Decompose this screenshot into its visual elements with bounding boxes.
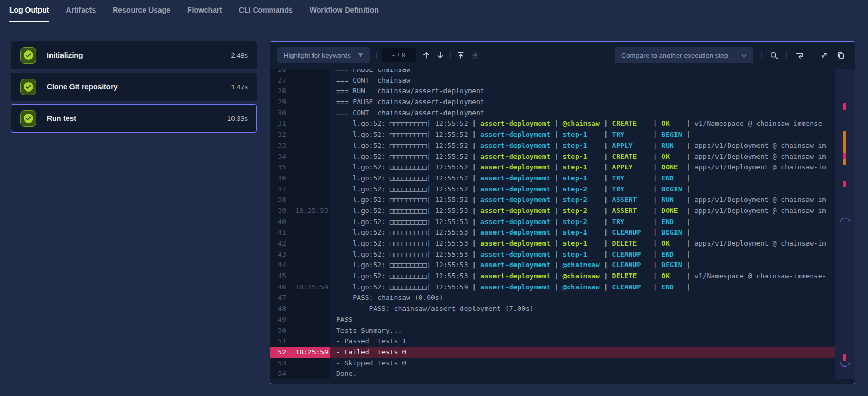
- gutter-timestamp: [286, 369, 330, 379]
- line-number: 44: [270, 260, 286, 271]
- line-number: 28: [270, 86, 286, 97]
- highlight-keywords-input[interactable]: Highlight for keywords: [277, 47, 370, 63]
- highlight-keywords-label: Highlight for keywords: [284, 52, 351, 59]
- expand-icon[interactable]: [820, 51, 829, 59]
- log-line: 34 l.go:52: □□□□□□□□□| 12:55:52 | assert…: [270, 151, 835, 163]
- log-line: 40 l.go:52: □□□□□□□□□| 12:55:53 | assert…: [270, 217, 835, 228]
- log-line-gutter: 32: [270, 129, 330, 140]
- step-duration: 10.33s: [227, 115, 248, 123]
- scroll-to-bottom-button[interactable]: [471, 51, 479, 59]
- line-number: 42: [270, 238, 286, 249]
- log-line-gutter: 29: [270, 97, 330, 108]
- log-line: 30=== CONT chainsaw/assert-deployment: [270, 108, 835, 119]
- tab-workflow-definition[interactable]: Workflow Definition: [310, 6, 379, 22]
- log-line: 41 l.go:52: □□□□□□□□□| 12:55:53 | assert…: [270, 227, 835, 238]
- log-line-content: l.go:52: □□□□□□□□□| 12:55:52 | assert-de…: [330, 173, 835, 184]
- log-line: 51- Passed tests 1: [270, 336, 835, 347]
- log-line-gutter: 30: [270, 108, 330, 119]
- filter-icon: [357, 52, 364, 59]
- scrollbar-thumb[interactable]: [840, 218, 850, 367]
- line-number: 52: [270, 347, 286, 358]
- log-line: 47--- PASS: chainsaw (0.00s): [270, 292, 835, 303]
- line-number: 50: [270, 326, 286, 337]
- log-line: 26=== PAUSE chainsaw: [270, 69, 835, 75]
- log-line-gutter: 37: [270, 184, 330, 195]
- tab-cli-commands[interactable]: CLI Commands: [239, 6, 293, 22]
- log-line-gutter: 38: [270, 195, 330, 206]
- log-line-gutter: 33: [270, 140, 330, 151]
- log-line: 45 l.go:52: □□□□□□□□□| 12:55:53 | assert…: [270, 271, 835, 282]
- overview-ruler: [835, 69, 855, 379]
- next-match-button[interactable]: [436, 51, 445, 59]
- line-number: 40: [270, 217, 286, 228]
- log-line: 42 l.go:52: □□□□□□□□□| 12:55:53 | assert…: [270, 238, 835, 249]
- log-line-content: l.go:52: □□□□□□□□□| 12:55:53 | assert-de…: [330, 217, 835, 228]
- search-icon[interactable]: [770, 51, 779, 60]
- log-line: 49PASS: [270, 314, 835, 326]
- step-card-initializing[interactable]: Initializing 2.48s: [11, 41, 257, 69]
- tab-resource-usage[interactable]: Resource Usage: [113, 6, 170, 22]
- gutter-timestamp: 18:25:59: [286, 347, 330, 358]
- log-line: 50Tests Summary...: [270, 326, 835, 337]
- log-line-content: --- PASS: chainsaw (0.00s): [330, 292, 835, 303]
- log-line-gutter: 41: [270, 227, 330, 238]
- log-line: 44 l.go:52: □□□□□□□□□| 12:55:53 | assert…: [270, 260, 835, 271]
- step-label: Run test: [47, 114, 227, 123]
- line-number: 45: [270, 271, 286, 282]
- match-counter: - / 9: [382, 48, 416, 62]
- gutter-timestamp: [286, 108, 330, 119]
- log-line-gutter: 49: [270, 314, 330, 326]
- step-card-clone-git-repository[interactable]: Clone Git repository 1.47s: [11, 73, 257, 101]
- log-line-content: l.go:52: □□□□□□□□□| 12:55:53 | assert-de…: [330, 249, 835, 260]
- log-line-gutter: 42: [270, 238, 330, 249]
- line-number: 46: [270, 282, 286, 293]
- log-line-gutter: 53: [270, 358, 330, 369]
- gutter-timestamp: [286, 358, 330, 369]
- log-line-gutter: 3918:25:53: [270, 206, 330, 217]
- gutter-timestamp: [286, 151, 330, 163]
- log-toolbar: Highlight for keywords - / 9: [270, 42, 855, 69]
- toolbar-divider: [786, 52, 787, 59]
- tab-artifacts[interactable]: Artifacts: [66, 6, 96, 22]
- log-line-content: l.go:52: □□□□□□□□□| 12:55:53 | assert-de…: [330, 260, 835, 271]
- gutter-timestamp: [286, 86, 330, 97]
- step-label: Clone Git repository: [47, 83, 231, 91]
- compare-step-select[interactable]: Compare to another execution step: [615, 47, 753, 63]
- step-list: Initializing 2.48s Clone Git repository …: [11, 41, 257, 136]
- gutter-timestamp: [286, 140, 330, 151]
- log-line-gutter: 4618:25:59: [270, 282, 330, 293]
- gutter-timestamp: [286, 314, 330, 326]
- previous-match-button[interactable]: [422, 51, 430, 59]
- log-line: 31 l.go:52: □□□□□□□□□| 12:55:52 | assert…: [270, 118, 835, 129]
- success-check-icon: [20, 79, 36, 95]
- log-line-gutter: 40: [270, 217, 330, 228]
- line-number: 26: [270, 69, 286, 75]
- line-number: 41: [270, 227, 286, 238]
- log-line: 36 l.go:52: □□□□□□□□□| 12:55:52 | assert…: [270, 173, 835, 184]
- word-wrap-icon[interactable]: [795, 51, 804, 60]
- line-number: 33: [270, 140, 286, 151]
- line-number: 39: [270, 206, 286, 217]
- tab-flowchart[interactable]: Flowchart: [187, 6, 222, 22]
- log-line: 53- Skipped tests 0: [270, 358, 835, 369]
- log-line: 29=== PAUSE chainsaw/assert-deployment: [270, 97, 835, 108]
- log-line-content: l.go:52: □□□□□□□□□| 12:55:52 | assert-de…: [330, 184, 835, 195]
- copy-icon[interactable]: [836, 51, 845, 60]
- gutter-timestamp: [286, 292, 330, 303]
- log-line: 32 l.go:52: □□□□□□□□□| 12:55:52 | assert…: [270, 129, 835, 140]
- log-line: 37 l.go:52: □□□□□□□□□| 12:55:52 | assert…: [270, 184, 835, 195]
- step-label: Initializing: [47, 51, 231, 59]
- tab-log-output[interactable]: Log Output: [9, 6, 49, 22]
- log-line-content: - Passed tests 1: [330, 336, 835, 347]
- log-line-gutter: 36: [270, 173, 330, 184]
- log-line-content: Done.: [330, 369, 835, 379]
- log-line-content: === RUN chainsaw/assert-deployment: [330, 86, 835, 97]
- log-lines: 26=== PAUSE chainsaw27=== CONT chainsaw2…: [270, 69, 835, 379]
- step-card-run-test[interactable]: Run test 10.33s: [11, 104, 257, 133]
- log-line-gutter: 43: [270, 249, 330, 260]
- log-line-gutter: 47: [270, 292, 330, 303]
- log-line-content: l.go:52: □□□□□□□□□| 12:55:52 | assert-de…: [330, 151, 835, 163]
- log-line-content: l.go:52: □□□□□□□□□| 12:55:52 | assert-de…: [330, 118, 835, 129]
- minimap-mark: [843, 103, 846, 110]
- scroll-to-top-button[interactable]: [457, 51, 465, 59]
